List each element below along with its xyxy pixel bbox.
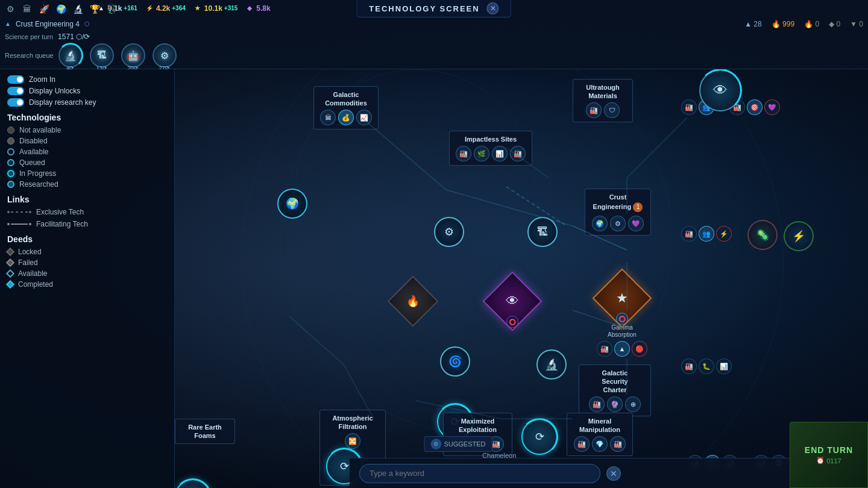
title-bar: TECHNOLOGY SCREEN ✕ <box>356 0 511 17</box>
toggle-key-switch[interactable] <box>7 98 24 107</box>
gamma-strip-2[interactable]: ▲ <box>614 341 630 357</box>
um-icon-2[interactable]: 🛡 <box>604 102 620 118</box>
trophy-icon[interactable]: 🏆 <box>87 2 102 16</box>
label-researched: Researched <box>19 180 58 189</box>
end-turn-num: ⏰ 0117 <box>816 457 841 465</box>
gc-icon-2[interactable]: 💰 <box>338 110 354 125</box>
end-turn-button[interactable]: END TURN ⏰ 0117 <box>790 422 868 488</box>
rare-earth-card[interactable]: Rare EarthFoams <box>175 419 235 444</box>
far-right-node-1[interactable]: 🦠 <box>747 220 778 250</box>
toggle-unlocks-switch[interactable] <box>7 87 24 95</box>
ultratough-title: UltratoughMaterials <box>586 84 620 99</box>
close-button[interactable]: ✕ <box>487 2 499 14</box>
strip-g-2[interactable]: 🐛 <box>699 358 714 374</box>
strip-cr-3[interactable]: ⚡ <box>716 226 732 242</box>
crust-engineering-card[interactable]: CrustEngineering 1 🌍 ⚙ 💜 <box>585 189 651 236</box>
gamma-absorption-node[interactable]: ★ ⭕ GammaAbsorption 🏭 ▲ 🔴 <box>597 274 647 357</box>
gamma-strip-3[interactable]: 🔴 <box>632 341 647 357</box>
energy-icon: ⚡ <box>145 4 154 13</box>
ce-icon-2[interactable]: ⚙ <box>610 216 626 231</box>
planet-icon[interactable]: 🌍 <box>54 2 68 16</box>
node-inprogress[interactable]: ⟳ <box>521 419 558 455</box>
trade-icon[interactable]: 💱 <box>104 2 119 16</box>
mineral-icon-1[interactable]: 🏭 <box>574 436 590 452</box>
zero-1: 🔥 0 <box>804 20 819 28</box>
node-orbit[interactable]: 🌀 <box>440 346 470 377</box>
queue-item-2[interactable]: 🏗 13⟳ <box>90 43 114 67</box>
dot-in-progress <box>7 170 14 177</box>
ce-icon-3[interactable]: 💜 <box>628 216 644 231</box>
mineral-icon-3[interactable]: 🏭 <box>610 436 626 452</box>
city-icon[interactable]: 🏛 <box>20 2 34 16</box>
gsc-icon-3[interactable]: ⊕ <box>625 396 641 412</box>
strip-ut-r3[interactable]: 💜 <box>764 99 780 115</box>
keyword-close-button[interactable]: ✕ <box>606 466 621 481</box>
tech-area: GalacticCommodities 🏛 💰 📈 Impactless Sit… <box>175 69 868 488</box>
active-research-row: ▲ Crust Engineering 4 ⬡ ▲ 28 🔥 999 🔥 0 ◆… <box>0 16 868 31</box>
node-galactic[interactable]: ⚙ <box>434 217 464 247</box>
crystal-value: 5.8k <box>256 4 270 13</box>
node-1[interactable]: 🌍 <box>277 189 307 219</box>
label-not-available: Not available <box>19 126 61 134</box>
toggle-unlocks[interactable]: Display Unlocks <box>7 87 167 95</box>
ship-icon[interactable]: 🚀 <box>37 2 51 16</box>
is-icon-3[interactable]: 📊 <box>492 146 508 161</box>
rare-earth-node[interactable]: 🌿 <box>175 479 211 488</box>
impactless-sites-title: Impactless Sites <box>465 136 517 143</box>
ultratough-materials-card[interactable]: UltratoughMaterials 🏭 🛡 <box>573 79 633 122</box>
star-icon: ★ <box>193 4 203 13</box>
atm-icon-1[interactable]: 🔀 <box>345 433 360 449</box>
is-icon-2[interactable]: 🌿 <box>474 146 489 161</box>
queue-label: Research queue <box>5 52 54 59</box>
pop-delta: +161 <box>124 5 137 11</box>
gc-icon-3[interactable]: 📈 <box>356 110 372 125</box>
queue-item-1[interactable]: 🔬 4⟳ <box>58 43 83 67</box>
node-research[interactable]: 🔬 <box>536 349 567 380</box>
galactic-security-card[interactable]: GalacticSecurityCharter 🏭 🔮 ⊕ <box>579 364 651 416</box>
strip-ut-r2[interactable]: 🎯 <box>747 99 763 115</box>
is-icon-1[interactable]: 🏭 <box>456 146 471 161</box>
queue-spinner-1 <box>58 43 83 68</box>
strip-cr-2[interactable]: 👥 <box>699 226 714 242</box>
galactic-commodities-card[interactable]: GalacticCommodities 🏛 💰 📈 <box>313 86 379 130</box>
toggle-key-label: Display research key <box>29 98 96 107</box>
toggle-key[interactable]: Display research key <box>7 98 167 107</box>
menu-icon[interactable]: ⚙ <box>3 2 17 16</box>
legend-disabled: Disabled <box>7 137 167 145</box>
energy-value: 4.2k <box>156 4 170 13</box>
large-top-node[interactable]: 👁 <box>699 69 741 111</box>
node-mid[interactable]: 🏗 <box>527 217 558 247</box>
galactic-security-title: GalacticSecurityCharter <box>602 369 627 393</box>
far-right-node-2[interactable]: ⚡ <box>784 221 814 251</box>
gamma-small-icon: ⭕ <box>616 313 628 325</box>
queue-item-3[interactable]: 🤖 20⟳ <box>121 43 145 67</box>
queue-item-4[interactable]: ⚙ 27⟳ <box>153 43 177 67</box>
label-locked: Locked <box>18 248 42 256</box>
strip-ut-1[interactable]: 🏭 <box>681 99 697 115</box>
mineral-manipulation-card[interactable]: MineralManipulation 🏭 💎 🏭 <box>567 413 633 456</box>
strip-g-3[interactable]: 📊 <box>716 358 732 374</box>
strip-g-1[interactable]: 🏭 <box>681 358 697 374</box>
gamma-strip-1[interactable]: 🏭 <box>597 341 612 357</box>
toggle-zoom-switch[interactable] <box>7 75 24 84</box>
research-icon[interactable]: 🔬 <box>71 2 85 16</box>
impactless-sites-card[interactable]: Impactless Sites 🏭 🌿 📊 🏭 <box>449 131 532 166</box>
mineral-icon-2[interactable]: 💎 <box>592 436 608 452</box>
purple-diamond-node[interactable]: 👁 ⭕ <box>488 277 536 325</box>
gsc-icon-2[interactable]: 🔮 <box>607 396 623 412</box>
gsc-icon-1[interactable]: 🏭 <box>589 396 605 412</box>
dot-available <box>7 148 14 155</box>
is-icon-4[interactable]: 🏭 <box>510 146 526 161</box>
strip-cr-1[interactable]: 🏭 <box>681 226 697 242</box>
keyword-input[interactable] <box>359 464 600 483</box>
toggle-zoom[interactable]: Zoom In <box>7 75 167 84</box>
legend-not-available: Not available <box>7 126 167 134</box>
um-icon-1[interactable]: 🏭 <box>586 102 602 118</box>
gc-icon-1[interactable]: 🏛 <box>320 110 336 125</box>
grey-diamond-node[interactable]: 🔥 <box>392 280 434 322</box>
svg-line-9 <box>289 316 344 364</box>
legend-completed: Completed <box>7 280 167 289</box>
ce-icon-1[interactable]: 🌍 <box>592 216 608 231</box>
atm-icons: 🔀 <box>326 433 379 449</box>
node-orbit-icon: 🌀 <box>448 355 462 368</box>
